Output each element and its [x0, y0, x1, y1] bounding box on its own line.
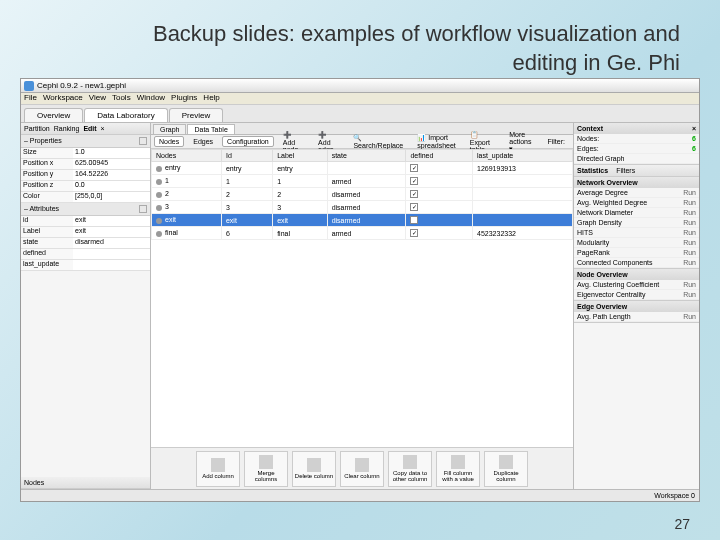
run-button[interactable]: Run: [683, 199, 696, 206]
btn-duplicate-column[interactable]: Duplicate column: [484, 451, 528, 487]
duplicate-column-icon: [499, 455, 513, 469]
run-button[interactable]: Run: [683, 259, 696, 266]
page-number: 27: [674, 516, 690, 532]
btn-edges[interactable]: Edges: [188, 136, 218, 147]
table-row[interactable]: 222disarmed✓: [152, 188, 573, 201]
network-overview-header[interactable]: Network Overview: [574, 177, 699, 188]
network-stat-row: Connected ComponentsRun: [574, 258, 699, 268]
attributes-section-header[interactable]: – Attributes: [21, 203, 150, 216]
btn-merge-columns[interactable]: Merge columns: [244, 451, 288, 487]
btn-delete-column[interactable]: Delete column: [292, 451, 336, 487]
property-row[interactable]: Position z0.0: [21, 181, 150, 192]
network-stat-row: Graph DensityRun: [574, 218, 699, 228]
menu-plugins[interactable]: Plugins: [171, 93, 197, 104]
data-toolbar: Nodes Edges Configuration ➕ Add node ➕ A…: [151, 135, 573, 149]
left-panel-tabs: Partition Ranking Edit ×: [21, 123, 150, 135]
run-button[interactable]: Run: [683, 313, 696, 320]
slide-title-line1: Backup slides: examples of workflow visu…: [153, 20, 680, 49]
tab-ranking[interactable]: Ranking: [54, 125, 80, 132]
run-button[interactable]: Run: [683, 291, 696, 298]
run-button[interactable]: Run: [683, 189, 696, 196]
menu-view[interactable]: View: [89, 93, 106, 104]
menubar: File Workspace View Tools Window Plugins…: [21, 93, 699, 105]
run-button[interactable]: Run: [683, 229, 696, 236]
table-row[interactable]: entryentryentry✓1269193913: [152, 162, 573, 175]
node-overview-header[interactable]: Node Overview: [574, 269, 699, 280]
property-row[interactable]: Size1.0: [21, 148, 150, 159]
slide-title-line2: editing in Ge. Phi: [153, 49, 680, 78]
run-button[interactable]: Run: [683, 239, 696, 246]
restore-icon[interactable]: [139, 205, 147, 213]
tab-graph[interactable]: Graph: [153, 124, 186, 134]
close-icon[interactable]: ×: [101, 125, 105, 132]
app-window: Cephi 0.9.2 - new1.gephi File Workspace …: [20, 78, 700, 502]
property-row[interactable]: Position x625.00945: [21, 159, 150, 170]
attribute-row[interactable]: last_update: [21, 260, 150, 271]
property-row[interactable]: Color[255,0,0]: [21, 192, 150, 203]
btn-configuration[interactable]: Configuration: [222, 136, 274, 147]
attribute-row[interactable]: Labelexit: [21, 227, 150, 238]
btn-nodes[interactable]: Nodes: [154, 136, 184, 147]
menu-window[interactable]: Window: [137, 93, 165, 104]
run-button[interactable]: Run: [683, 219, 696, 226]
tab-edit[interactable]: Edit: [83, 125, 96, 132]
run-button[interactable]: Run: [683, 209, 696, 216]
data-table[interactable]: Nodes Id Label state defined last_update…: [151, 149, 573, 447]
edges-count-label: Edges:: [577, 145, 599, 152]
restore-icon[interactable]: [139, 137, 147, 145]
tab-filters[interactable]: Filters: [616, 167, 635, 174]
tab-preview[interactable]: Preview: [169, 108, 223, 122]
col-label[interactable]: Label: [273, 150, 327, 162]
attributes-label: – Attributes: [24, 205, 59, 213]
menu-tools[interactable]: Tools: [112, 93, 131, 104]
table-row[interactable]: exitexitexitdisarmed✓: [152, 214, 573, 227]
btn-copy-data[interactable]: Copy data to other column: [388, 451, 432, 487]
properties-section-header[interactable]: – Properties: [21, 135, 150, 148]
window-title: Cephi 0.9.2 - new1.gephi: [37, 81, 126, 90]
tab-partition[interactable]: Partition: [24, 125, 50, 132]
add-column-icon: [211, 458, 225, 472]
btn-clear-column[interactable]: Clear column: [340, 451, 384, 487]
property-row[interactable]: Position y164.52226: [21, 170, 150, 181]
attribute-row[interactable]: statedisarmed: [21, 238, 150, 249]
btn-add-column[interactable]: Add column: [196, 451, 240, 487]
tab-statistics[interactable]: Statistics: [577, 167, 608, 174]
context-header: Context: [577, 125, 603, 132]
close-icon[interactable]: ×: [692, 125, 696, 132]
col-state[interactable]: state: [327, 150, 406, 162]
attribute-row[interactable]: idexit: [21, 216, 150, 227]
filter-label: Filter:: [542, 136, 570, 147]
run-button[interactable]: Run: [683, 281, 696, 288]
left-bottom-bar: Nodes: [21, 477, 150, 489]
attribute-row[interactable]: defined: [21, 249, 150, 260]
menu-file[interactable]: File: [24, 93, 37, 104]
tab-data-laboratory[interactable]: Data Laboratory: [84, 108, 167, 122]
right-panel: Context× Nodes:6 Edges:6 Directed Graph …: [573, 123, 699, 489]
tab-data-table[interactable]: Data Table: [187, 124, 234, 134]
fill-column-icon: [451, 455, 465, 469]
edges-count-value: 6: [692, 145, 696, 152]
col-nodes[interactable]: Nodes: [152, 150, 222, 162]
col-defined[interactable]: defined: [406, 150, 473, 162]
app-logo-icon: [24, 81, 34, 91]
run-button[interactable]: Run: [683, 249, 696, 256]
btn-fill-column[interactable]: Fill column with a value: [436, 451, 480, 487]
attributes-grid: idexitLabelexitstatedisarmeddefinedlast_…: [21, 216, 150, 271]
col-id[interactable]: Id: [221, 150, 272, 162]
table-row[interactable]: 111armed✓: [152, 175, 573, 188]
edge-overview-header[interactable]: Edge Overview: [574, 301, 699, 312]
col-last-update[interactable]: last_update: [473, 150, 573, 162]
table-row[interactable]: final6finalarmed✓4523232332: [152, 227, 573, 240]
nodes-count-value: 6: [692, 135, 696, 142]
workspace-indicator[interactable]: Workspace 0: [654, 492, 695, 499]
clear-column-icon: [355, 458, 369, 472]
menu-workspace[interactable]: Workspace: [43, 93, 83, 104]
menu-help[interactable]: Help: [203, 93, 219, 104]
nodes-count-label: Nodes:: [577, 135, 599, 142]
network-stat-row: Avg. Weighted DegreeRun: [574, 198, 699, 208]
tab-overview[interactable]: Overview: [24, 108, 83, 122]
edge-stat-row: Avg. Path LengthRun: [574, 312, 699, 322]
node-stat-row: Avg. Clustering CoefficientRun: [574, 280, 699, 290]
table-row[interactable]: 333disarmed✓: [152, 201, 573, 214]
copy-data-icon: [403, 455, 417, 469]
